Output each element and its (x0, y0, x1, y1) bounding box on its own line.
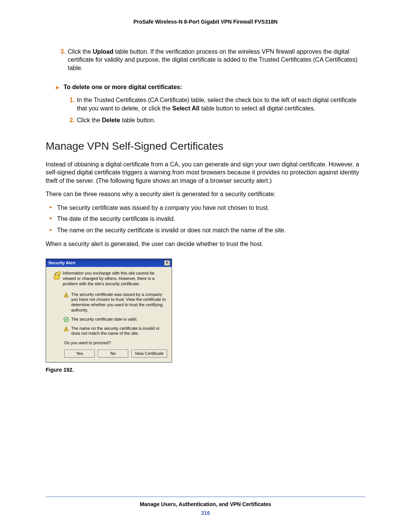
upload-label: Upload (93, 48, 113, 55)
figure-caption: Figure 192. (46, 366, 365, 374)
list-item: The name on the security certificate is … (57, 226, 365, 235)
paragraph: When a security alert is generated, the … (46, 240, 365, 248)
document-header: ProSafe Wireless-N 8-Port Gigabit VPN Fi… (46, 18, 365, 26)
security-alert-dialog: Security Alert × ! Information you excha… (46, 259, 172, 362)
view-certificate-button[interactable]: View Certificate (131, 350, 167, 358)
list-item: The security certificate was issued by a… (57, 204, 365, 212)
delete-step-2: 2. Click the Delete table button. (64, 116, 365, 125)
text: Click the (77, 117, 102, 123)
text: table button. (120, 117, 156, 123)
dialog-item-text: The security certificate date is valid. (71, 317, 167, 322)
dialog-title-text: Security Alert (48, 260, 75, 266)
step-number: 1. (64, 96, 75, 112)
step-body: Click the Upload table button. If the ve… (68, 48, 365, 72)
delete-step-1: 1. In the Trusted Certificates (CA Certi… (64, 96, 365, 112)
step-body: Click the Delete table button. (77, 116, 365, 125)
step-number: 2. (64, 116, 75, 125)
step-body: In the Trusted Certificates (CA Certific… (77, 96, 365, 112)
paragraph: There can be three reasons why a securit… (46, 190, 365, 198)
no-button[interactable]: No (98, 350, 128, 358)
delete-procedure-heading: ➤ To delete one or more digital certific… (46, 83, 365, 91)
svg-text:!: ! (59, 272, 60, 275)
delete-label: Delete (102, 117, 120, 123)
footer-page-number: 316 (46, 510, 365, 517)
close-icon[interactable]: × (164, 260, 170, 266)
paragraph: Instead of obtaining a digital certifica… (46, 160, 365, 185)
warning-icon: ! (61, 292, 71, 313)
dialog-item-text: The security certificate was issued by a… (71, 292, 167, 313)
section-heading: Manage VPN Self-Signed Certificates (46, 139, 365, 153)
lock-warning-icon: ! (51, 271, 63, 286)
warning-icon: ! (61, 326, 71, 337)
dialog-titlebar: Security Alert × (46, 259, 172, 267)
dialog-item-text: The name on the security certificate is … (71, 326, 167, 337)
check-ok-icon (61, 317, 71, 322)
heading-text: To delete one or more digital certificat… (64, 83, 182, 91)
step-3: 3. Click the Upload table button. If the… (55, 48, 365, 72)
text: table button to select all digital certi… (199, 105, 315, 112)
svg-rect-0 (54, 275, 59, 279)
triangle-bullet-icon: ➤ (55, 84, 60, 91)
yes-button[interactable]: Yes (64, 350, 95, 358)
reasons-list: The security certificate was issued by a… (46, 204, 365, 235)
footer-chapter: Manage Users, Authentication, and VPN Ce… (46, 501, 365, 508)
select-all-label: Select All (172, 105, 199, 112)
list-item: The date of the security certificate is … (57, 215, 365, 223)
svg-text:!: ! (66, 294, 67, 297)
dialog-intro-text: Information you exchange with this site … (63, 271, 167, 286)
text: Click the (68, 48, 93, 55)
page-footer: Manage Users, Authentication, and VPN Ce… (46, 497, 365, 517)
dialog-proceed-text: Do you want to proceed? (64, 340, 167, 346)
step-number: 3. (55, 48, 65, 72)
svg-text:!: ! (66, 328, 67, 331)
